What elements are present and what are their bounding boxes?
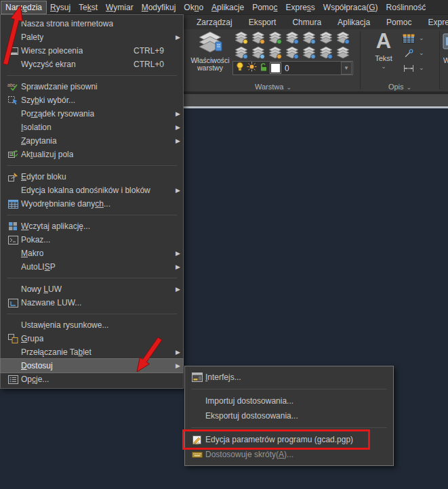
menu-item-makro[interactable]: Makro▶ — [1, 247, 183, 260]
menu-item-label: Porządek rysowania — [21, 109, 94, 119]
menu-item-przełączanie-tablet[interactable]: Przełączanie Tablet▶ — [1, 345, 183, 359]
menu-item-label: Nazwane LUW... — [21, 298, 81, 307]
menu-item-opcje[interactable]: Opcje... — [1, 373, 183, 386]
menu-item-label: Grupa — [21, 334, 43, 343]
menu-item-eksportuj-dostosowania[interactable]: Eksportuj dostosowania... — [185, 408, 393, 423]
ribbon-tab-express[interactable]: Express — [420, 16, 448, 29]
layer-tool-icon[interactable] — [232, 30, 249, 45]
menu-item-nazwane-luw[interactable]: Nazwane LUW... — [1, 296, 183, 310]
menubar-item-express[interactable]: Express — [281, 1, 319, 14]
insert-block-icon[interactable] — [442, 32, 448, 55]
menu-item-zapytania[interactable]: Zapytania▶ — [1, 134, 183, 148]
layer-select-combo[interactable]: 0 ▼ — [232, 61, 353, 75]
menubar-item-współpraca-g[interactable]: Współpraca(G) — [319, 1, 382, 14]
menu-item-wyczyść-ekran[interactable]: Wyczyść ekranCTRL+0 — [1, 58, 183, 71]
menu-item-porządek-rysowania[interactable]: Porządek rysowania▶ — [1, 107, 183, 121]
ribbon-tab-zarządzaj[interactable]: Zarządzaj — [188, 16, 241, 29]
leader-icon[interactable] — [401, 47, 416, 60]
menu-item-edycja-lokalna-odnośników-i-bloków[interactable]: Edycja lokalna odnośników i bloków▶ — [1, 184, 183, 197]
menu-item-label: Przełączanie Tablet — [21, 347, 91, 357]
menubar-item-tekst[interactable]: Tekst — [75, 1, 102, 14]
menubar-item-roślinność[interactable]: Roślinność — [382, 1, 430, 14]
layer-tool-icon[interactable] — [266, 30, 283, 45]
menu-item-aktualizuj-pola[interactable]: Aktualizuj pola — [1, 148, 183, 161]
menubar-item-aplikacje[interactable]: Aplikacje — [207, 1, 248, 14]
chevron-down-icon[interactable]: ⌄ — [419, 49, 426, 56]
menu-item-importuj-dostosowania[interactable]: Importuj dostosowania... — [185, 394, 393, 408]
ribbon-tab-chmura[interactable]: Chmura — [284, 16, 329, 29]
menu-item-shortcut: CTRL+9 — [134, 46, 172, 56]
menu-item-dostosowuje-skróty-a[interactable]: Dostosowuje skróty(A)... — [185, 447, 393, 462]
layer-tool-icon[interactable] — [334, 30, 351, 45]
menu-item-palety[interactable]: Palety▶ — [1, 30, 183, 44]
submenu-arrow-icon: ▶ — [172, 362, 180, 369]
panel-label-warstwa[interactable]: Warstwa⌄ — [187, 83, 359, 91]
menu-item-wyodrębnianie-danych[interactable]: Wyodrębnianie danych... — [1, 197, 183, 211]
panel-label-opis[interactable]: Opis⌄ — [361, 83, 439, 91]
shortcuts-icon — [189, 450, 205, 459]
menu-item-pokaz[interactable]: Pokaz... — [1, 233, 183, 247]
menu-item-label: Pokaz... — [21, 235, 50, 244]
layer-tool-icon[interactable] — [334, 45, 351, 60]
menubar-item-rysuj[interactable]: Rysuj — [46, 1, 75, 14]
text-button-label[interactable]: Tekst — [365, 54, 403, 62]
sun-icon[interactable] — [247, 62, 257, 75]
text-tool-icon[interactable]: A — [370, 30, 397, 52]
menu-item-shortcut: CTRL+0 — [134, 60, 172, 69]
layer-tool-icon[interactable] — [249, 30, 266, 45]
menu-item-isolation[interactable]: Isolation▶ — [1, 121, 183, 134]
layer-tool-icon[interactable] — [317, 30, 334, 45]
layer-tool-icon[interactable] — [283, 45, 300, 60]
ribbon-tab-pomoc[interactable]: Pomoc — [378, 16, 420, 29]
layer-tool-icon[interactable] — [300, 45, 317, 60]
unlock-icon[interactable] — [259, 62, 268, 75]
menu-item-wczytaj-aplikację[interactable]: Wczytaj aplikację... — [1, 219, 183, 233]
menubar-item-wymiar[interactable]: Wymiar — [102, 1, 138, 14]
menu-item-label: Wczytaj aplikację... — [21, 221, 90, 231]
layer-tool-icon[interactable] — [300, 30, 317, 45]
menu-item-grupa[interactable]: Grupa — [1, 332, 183, 345]
chevron-down-icon: ⌄ — [286, 84, 291, 91]
layer-tool-icon[interactable] — [232, 45, 249, 60]
block-editor-icon — [5, 172, 21, 182]
menu-item-label: Edycja lokalna odnośników i bloków — [21, 186, 150, 195]
layer-tool-icon[interactable] — [266, 45, 283, 60]
bulb-icon[interactable] — [235, 62, 245, 75]
menu-item-label: Dostosuj — [21, 361, 53, 370]
combo-dropdown-icon[interactable]: ▼ — [341, 62, 352, 75]
layer-properties-button[interactable]: Właściwości warstwy — [188, 30, 232, 81]
color-swatch[interactable] — [270, 63, 281, 73]
menu-item-autolisp[interactable]: AutoLISP▶ — [1, 260, 183, 274]
chevron-down-icon[interactable]: ⌄ — [419, 35, 426, 41]
menu-item-sprawdzanie-pisowni[interactable]: abcSprawdzanie pisowni — [1, 80, 183, 93]
table-icon[interactable] — [401, 32, 416, 45]
menubar-item-modyfikuj[interactable]: Modyfikuj — [138, 1, 180, 14]
data-extraction-icon — [5, 200, 21, 209]
menu-item-label: Importuj dostosowania... — [205, 396, 293, 406]
layer-tool-icon[interactable] — [317, 45, 334, 60]
layer-tool-icon[interactable] — [283, 30, 300, 45]
ribbon-tab-aplikacja[interactable]: Aplikacja — [329, 16, 378, 29]
dimension-icon[interactable] — [401, 62, 416, 75]
menu-item-dostosuj[interactable]: Dostosuj▶ — [1, 359, 183, 373]
ribbon-tab-eksport[interactable]: Eksport — [241, 16, 285, 29]
menu-item-ustawienia-rysunkowe[interactable]: Ustawienia rysunkowe... — [1, 318, 183, 332]
menubar-item-okno[interactable]: Okno — [180, 1, 207, 14]
layer-tool-icon[interactable] — [249, 45, 266, 60]
menubar-item-pomoc[interactable]: Pomoc — [248, 1, 281, 14]
menu-item-nowy-luw[interactable]: Nowy LUW▶ — [1, 282, 183, 296]
quick-select-icon — [5, 95, 21, 106]
chevron-down-icon: ⌄ — [407, 84, 412, 91]
menu-item-nasza-strona-internetowa[interactable]: Nasza strona internetowa — [1, 17, 183, 30]
menu-item-szybki-wybór[interactable]: Szybki wybór... — [1, 93, 183, 107]
chevron-down-icon: ⌄ — [365, 63, 403, 70]
insert-button-label[interactable]: Wst — [443, 56, 448, 64]
menu-item-edycja-parametrów-programu-gcad-pgp[interactable]: PGPEdycja parametrów programu (gcad.pgp) — [185, 432, 393, 447]
menu-item-interfejs[interactable]: Interfejs... — [185, 370, 393, 385]
menu-item-edytor-bloku[interactable]: Edytor bloku — [1, 170, 183, 184]
menu-item-wiersz-polecenia[interactable]: Wiersz poleceniaCTRL+9 — [1, 44, 183, 58]
layer-name-value: 0 — [285, 64, 339, 73]
chevron-down-icon[interactable]: ⌄ — [419, 64, 426, 71]
menubar-item-narzędzia[interactable]: Narzędzia — [1, 1, 46, 14]
menu-item-label: Zapytania — [21, 136, 57, 146]
